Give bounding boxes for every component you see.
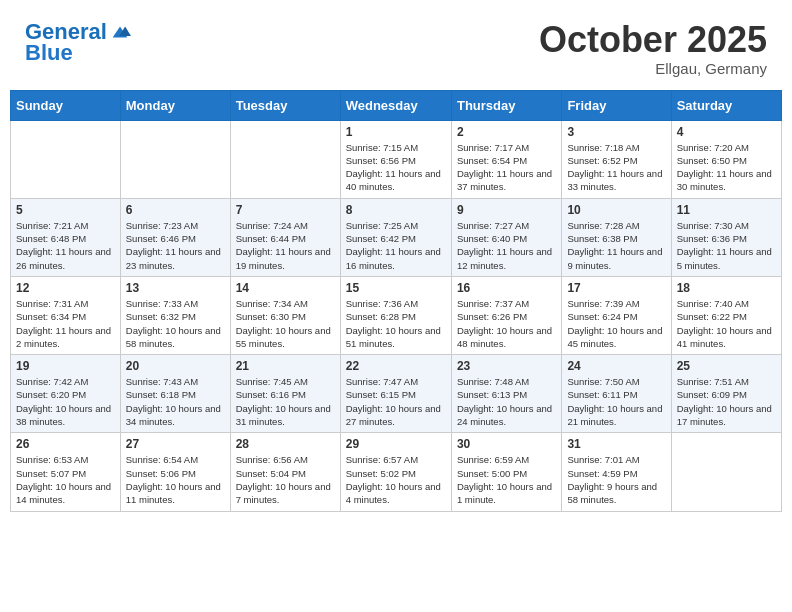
weekday-header-cell: Tuesday bbox=[230, 90, 340, 120]
weekday-header-cell: Thursday bbox=[451, 90, 561, 120]
title-block: October 2025 Ellgau, Germany bbox=[539, 20, 767, 77]
day-number: 29 bbox=[346, 437, 446, 451]
day-info: Sunrise: 7:45 AM Sunset: 6:16 PM Dayligh… bbox=[236, 375, 335, 428]
calendar-day-cell: 6Sunrise: 7:23 AM Sunset: 6:46 PM Daylig… bbox=[120, 198, 230, 276]
day-number: 5 bbox=[16, 203, 115, 217]
day-info: Sunrise: 6:53 AM Sunset: 5:07 PM Dayligh… bbox=[16, 453, 115, 506]
calendar-day-cell bbox=[230, 120, 340, 198]
day-number: 19 bbox=[16, 359, 115, 373]
day-number: 15 bbox=[346, 281, 446, 295]
day-number: 13 bbox=[126, 281, 225, 295]
calendar-day-cell: 2Sunrise: 7:17 AM Sunset: 6:54 PM Daylig… bbox=[451, 120, 561, 198]
calendar-day-cell: 9Sunrise: 7:27 AM Sunset: 6:40 PM Daylig… bbox=[451, 198, 561, 276]
calendar-day-cell: 21Sunrise: 7:45 AM Sunset: 6:16 PM Dayli… bbox=[230, 355, 340, 433]
logo-icon bbox=[109, 21, 131, 43]
day-info: Sunrise: 7:36 AM Sunset: 6:28 PM Dayligh… bbox=[346, 297, 446, 350]
day-info: Sunrise: 7:15 AM Sunset: 6:56 PM Dayligh… bbox=[346, 141, 446, 194]
calendar-day-cell: 11Sunrise: 7:30 AM Sunset: 6:36 PM Dayli… bbox=[671, 198, 781, 276]
day-info: Sunrise: 7:48 AM Sunset: 6:13 PM Dayligh… bbox=[457, 375, 556, 428]
day-info: Sunrise: 7:20 AM Sunset: 6:50 PM Dayligh… bbox=[677, 141, 776, 194]
calendar-day-cell: 19Sunrise: 7:42 AM Sunset: 6:20 PM Dayli… bbox=[11, 355, 121, 433]
day-number: 21 bbox=[236, 359, 335, 373]
calendar-day-cell: 3Sunrise: 7:18 AM Sunset: 6:52 PM Daylig… bbox=[562, 120, 671, 198]
day-number: 3 bbox=[567, 125, 665, 139]
day-info: Sunrise: 7:39 AM Sunset: 6:24 PM Dayligh… bbox=[567, 297, 665, 350]
day-number: 8 bbox=[346, 203, 446, 217]
day-number: 2 bbox=[457, 125, 556, 139]
day-info: Sunrise: 7:27 AM Sunset: 6:40 PM Dayligh… bbox=[457, 219, 556, 272]
day-number: 27 bbox=[126, 437, 225, 451]
calendar-day-cell: 16Sunrise: 7:37 AM Sunset: 6:26 PM Dayli… bbox=[451, 276, 561, 354]
calendar-day-cell: 14Sunrise: 7:34 AM Sunset: 6:30 PM Dayli… bbox=[230, 276, 340, 354]
day-info: Sunrise: 7:31 AM Sunset: 6:34 PM Dayligh… bbox=[16, 297, 115, 350]
calendar-week-row: 1Sunrise: 7:15 AM Sunset: 6:56 PM Daylig… bbox=[11, 120, 782, 198]
day-number: 16 bbox=[457, 281, 556, 295]
calendar-day-cell: 29Sunrise: 6:57 AM Sunset: 5:02 PM Dayli… bbox=[340, 433, 451, 511]
calendar-day-cell: 1Sunrise: 7:15 AM Sunset: 6:56 PM Daylig… bbox=[340, 120, 451, 198]
calendar-week-row: 19Sunrise: 7:42 AM Sunset: 6:20 PM Dayli… bbox=[11, 355, 782, 433]
day-info: Sunrise: 7:18 AM Sunset: 6:52 PM Dayligh… bbox=[567, 141, 665, 194]
day-info: Sunrise: 7:17 AM Sunset: 6:54 PM Dayligh… bbox=[457, 141, 556, 194]
calendar-day-cell: 23Sunrise: 7:48 AM Sunset: 6:13 PM Dayli… bbox=[451, 355, 561, 433]
day-info: Sunrise: 7:21 AM Sunset: 6:48 PM Dayligh… bbox=[16, 219, 115, 272]
day-number: 1 bbox=[346, 125, 446, 139]
day-info: Sunrise: 7:30 AM Sunset: 6:36 PM Dayligh… bbox=[677, 219, 776, 272]
day-number: 7 bbox=[236, 203, 335, 217]
calendar-day-cell: 5Sunrise: 7:21 AM Sunset: 6:48 PM Daylig… bbox=[11, 198, 121, 276]
day-number: 24 bbox=[567, 359, 665, 373]
day-number: 12 bbox=[16, 281, 115, 295]
calendar-day-cell: 26Sunrise: 6:53 AM Sunset: 5:07 PM Dayli… bbox=[11, 433, 121, 511]
calendar-day-cell: 30Sunrise: 6:59 AM Sunset: 5:00 PM Dayli… bbox=[451, 433, 561, 511]
calendar-day-cell: 4Sunrise: 7:20 AM Sunset: 6:50 PM Daylig… bbox=[671, 120, 781, 198]
calendar-day-cell: 31Sunrise: 7:01 AM Sunset: 4:59 PM Dayli… bbox=[562, 433, 671, 511]
day-info: Sunrise: 6:54 AM Sunset: 5:06 PM Dayligh… bbox=[126, 453, 225, 506]
calendar-day-cell: 15Sunrise: 7:36 AM Sunset: 6:28 PM Dayli… bbox=[340, 276, 451, 354]
location: Ellgau, Germany bbox=[539, 60, 767, 77]
day-number: 23 bbox=[457, 359, 556, 373]
calendar-day-cell: 20Sunrise: 7:43 AM Sunset: 6:18 PM Dayli… bbox=[120, 355, 230, 433]
day-number: 17 bbox=[567, 281, 665, 295]
calendar-day-cell bbox=[120, 120, 230, 198]
page-header: General Blue October 2025 Ellgau, German… bbox=[10, 10, 782, 82]
day-info: Sunrise: 7:25 AM Sunset: 6:42 PM Dayligh… bbox=[346, 219, 446, 272]
day-info: Sunrise: 7:28 AM Sunset: 6:38 PM Dayligh… bbox=[567, 219, 665, 272]
day-info: Sunrise: 7:23 AM Sunset: 6:46 PM Dayligh… bbox=[126, 219, 225, 272]
calendar-day-cell bbox=[671, 433, 781, 511]
day-info: Sunrise: 7:34 AM Sunset: 6:30 PM Dayligh… bbox=[236, 297, 335, 350]
day-number: 26 bbox=[16, 437, 115, 451]
day-info: Sunrise: 6:56 AM Sunset: 5:04 PM Dayligh… bbox=[236, 453, 335, 506]
calendar-day-cell: 28Sunrise: 6:56 AM Sunset: 5:04 PM Dayli… bbox=[230, 433, 340, 511]
weekday-header-cell: Saturday bbox=[671, 90, 781, 120]
day-number: 28 bbox=[236, 437, 335, 451]
day-number: 30 bbox=[457, 437, 556, 451]
day-info: Sunrise: 6:57 AM Sunset: 5:02 PM Dayligh… bbox=[346, 453, 446, 506]
day-info: Sunrise: 7:51 AM Sunset: 6:09 PM Dayligh… bbox=[677, 375, 776, 428]
day-info: Sunrise: 7:40 AM Sunset: 6:22 PM Dayligh… bbox=[677, 297, 776, 350]
calendar-day-cell: 8Sunrise: 7:25 AM Sunset: 6:42 PM Daylig… bbox=[340, 198, 451, 276]
calendar-day-cell: 24Sunrise: 7:50 AM Sunset: 6:11 PM Dayli… bbox=[562, 355, 671, 433]
day-number: 20 bbox=[126, 359, 225, 373]
calendar-day-cell: 25Sunrise: 7:51 AM Sunset: 6:09 PM Dayli… bbox=[671, 355, 781, 433]
day-info: Sunrise: 7:37 AM Sunset: 6:26 PM Dayligh… bbox=[457, 297, 556, 350]
day-info: Sunrise: 7:42 AM Sunset: 6:20 PM Dayligh… bbox=[16, 375, 115, 428]
calendar-day-cell: 22Sunrise: 7:47 AM Sunset: 6:15 PM Dayli… bbox=[340, 355, 451, 433]
calendar-day-cell: 13Sunrise: 7:33 AM Sunset: 6:32 PM Dayli… bbox=[120, 276, 230, 354]
day-number: 6 bbox=[126, 203, 225, 217]
day-number: 22 bbox=[346, 359, 446, 373]
day-number: 9 bbox=[457, 203, 556, 217]
weekday-header-row: SundayMondayTuesdayWednesdayThursdayFrid… bbox=[11, 90, 782, 120]
calendar-day-cell: 17Sunrise: 7:39 AM Sunset: 6:24 PM Dayli… bbox=[562, 276, 671, 354]
month-title: October 2025 bbox=[539, 20, 767, 60]
day-info: Sunrise: 7:33 AM Sunset: 6:32 PM Dayligh… bbox=[126, 297, 225, 350]
weekday-header-cell: Friday bbox=[562, 90, 671, 120]
day-number: 14 bbox=[236, 281, 335, 295]
weekday-header-cell: Monday bbox=[120, 90, 230, 120]
day-info: Sunrise: 7:47 AM Sunset: 6:15 PM Dayligh… bbox=[346, 375, 446, 428]
calendar-week-row: 5Sunrise: 7:21 AM Sunset: 6:48 PM Daylig… bbox=[11, 198, 782, 276]
weekday-header-cell: Sunday bbox=[11, 90, 121, 120]
calendar-day-cell: 10Sunrise: 7:28 AM Sunset: 6:38 PM Dayli… bbox=[562, 198, 671, 276]
calendar-day-cell: 7Sunrise: 7:24 AM Sunset: 6:44 PM Daylig… bbox=[230, 198, 340, 276]
calendar-day-cell: 18Sunrise: 7:40 AM Sunset: 6:22 PM Dayli… bbox=[671, 276, 781, 354]
day-number: 25 bbox=[677, 359, 776, 373]
calendar-week-row: 12Sunrise: 7:31 AM Sunset: 6:34 PM Dayli… bbox=[11, 276, 782, 354]
